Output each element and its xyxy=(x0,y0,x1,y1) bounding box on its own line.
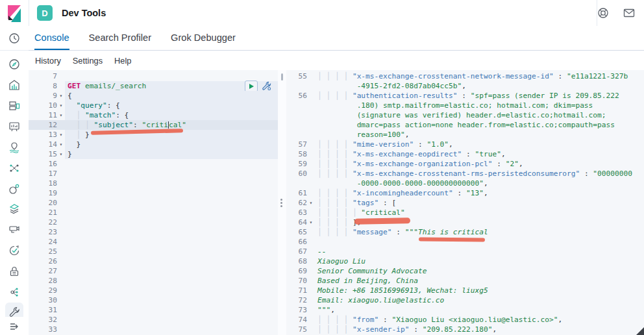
tab-search-profiler[interactable]: Search Profiler xyxy=(89,26,152,50)
fold-toggle-icon[interactable]: ▾ xyxy=(307,198,315,208)
fold-toggle-icon[interactable]: ▾ xyxy=(57,101,65,110)
fold-toggle-icon[interactable]: ▾ xyxy=(57,140,65,149)
code-line[interactable]: 73""", xyxy=(286,305,644,315)
dashboard-icon[interactable] xyxy=(8,100,20,112)
maps-pin-icon[interactable] xyxy=(8,142,20,153)
code-line[interactable]: 62▾│ │ │ │ "tags" : [ xyxy=(286,198,644,208)
editor-scrollbar[interactable] xyxy=(281,73,283,81)
code-line[interactable]: dmarc=pass action=none header.from=elast… xyxy=(286,120,644,130)
code-line[interactable]: 64▾│ │ │ │ ], xyxy=(286,217,644,227)
fold-toggle-icon[interactable]: ▾ xyxy=(57,130,65,140)
line-number: 7 xyxy=(29,71,57,81)
menu-settings[interactable]: Settings xyxy=(73,56,103,66)
code-line[interactable]: 56│ │ │ │ "authentication-results" : "sp… xyxy=(286,91,644,101)
visualize-chart-icon[interactable] xyxy=(8,79,20,91)
code-line[interactable]: 74│ │ │ │ "from" : "Xiaoguo Liu <xiaoguo… xyxy=(286,315,644,325)
request-editor[interactable]: 78GET emails/_search9▾{10▾ "query": {11▾… xyxy=(29,70,278,335)
code-line[interactable]: .180) smtp.mailfrom=elastic.co; hotmail.… xyxy=(286,101,644,110)
code-line[interactable]: 23 xyxy=(29,227,278,237)
code-line[interactable]: 72Email: xiaoguo.liu@elastic.co xyxy=(286,295,644,305)
code-line[interactable]: 25 xyxy=(29,247,278,256)
code-line[interactable]: 9▾{ xyxy=(29,91,278,101)
code-line[interactable]: 61│ │ │ │ "x-incomingheadercount" : "13"… xyxy=(286,188,644,198)
tab-console[interactable]: Console xyxy=(34,26,69,50)
code-line[interactable]: 63│ │ │ │ │ "critical" xyxy=(286,208,644,217)
panel-divider[interactable] xyxy=(278,70,286,335)
recently-viewed-clock-icon[interactable] xyxy=(8,32,20,44)
code-line[interactable]: 32 xyxy=(29,315,278,325)
tab-grok-debugger[interactable]: Grok Debugger xyxy=(171,26,236,50)
machine-learning-icon[interactable] xyxy=(8,162,20,174)
code-line[interactable]: 70Based in Beijing, China xyxy=(286,276,644,286)
code-line[interactable]: 33 xyxy=(29,325,278,334)
code-line[interactable]: 21 xyxy=(29,208,278,217)
code-text xyxy=(65,208,278,217)
request-options-wrench-icon[interactable] xyxy=(262,81,271,91)
canvas-icon[interactable] xyxy=(8,121,20,132)
resize-handle-icon[interactable] xyxy=(280,197,283,208)
code-line[interactable]: reason=100", xyxy=(286,130,644,140)
code-line[interactable]: 10▾ "query": { xyxy=(29,101,278,110)
fold-toggle-icon[interactable]: ▾ xyxy=(57,110,65,120)
code-line[interactable]: 14▾ } xyxy=(29,140,278,149)
send-request-button[interactable] xyxy=(245,81,258,92)
code-line[interactable]: 68Xiaoguo Liu xyxy=(286,256,644,266)
code-line[interactable]: 26 xyxy=(29,256,278,266)
code-line[interactable]: 22 xyxy=(29,217,278,227)
mail-icon[interactable] xyxy=(623,7,635,19)
code-line[interactable]: 30 xyxy=(29,295,278,305)
code-line[interactable]: 69Senior Community Advocate xyxy=(286,266,644,276)
code-line[interactable]: 17 xyxy=(29,169,278,179)
code-line[interactable]: 31 xyxy=(29,305,278,315)
fold-toggle-icon[interactable]: ▾ xyxy=(57,149,65,159)
code-text xyxy=(65,188,278,198)
code-line[interactable]: -4915-2fd2-08d7ab04cc5b", xyxy=(286,81,644,91)
logs-camera-icon[interactable] xyxy=(8,223,20,235)
response-viewer[interactable]: 55│ │ │ │ "x-ms-exchange-crosstenant-net… xyxy=(286,70,644,335)
code-line[interactable]: 67-- xyxy=(286,247,644,256)
metrics-icon[interactable] xyxy=(8,203,20,214)
code-line[interactable]: 29 xyxy=(29,286,278,295)
menu-help[interactable]: Help xyxy=(114,56,131,66)
code-line[interactable]: 12 │ │ "subject": "critical" xyxy=(29,120,278,130)
code-line[interactable]: 19 xyxy=(29,188,278,198)
code-line[interactable]: 16 xyxy=(29,159,278,169)
fold-toggle-icon[interactable]: ▾ xyxy=(57,91,65,101)
code-line[interactable]: -0000-0000-0000-000000000000", xyxy=(286,179,644,188)
code-line[interactable]: 24 xyxy=(29,237,278,247)
code-line[interactable]: 60│ │ │ │ "x-ms-exchange-crosstenant-rms… xyxy=(286,169,644,179)
fold-toggle-icon[interactable]: ▾ xyxy=(307,217,315,227)
code-line[interactable]: (signature was verified) header.d=elasti… xyxy=(286,110,644,120)
collapse-nav-icon[interactable] xyxy=(8,321,20,332)
fold-spacer xyxy=(57,276,65,286)
uptime-clock-icon[interactable] xyxy=(8,245,20,256)
code-line[interactable]: 75│ │ │ │ "x-sender-ip" : "209.85.222.18… xyxy=(286,325,644,334)
discover-compass-icon[interactable] xyxy=(8,58,20,70)
code-text: │ │ │ │ "message" : """This is critical xyxy=(315,227,644,237)
code-line[interactable]: 7 xyxy=(29,71,278,81)
code-line[interactable]: 59│ │ │ │ "x-ms-exchange-organization-pc… xyxy=(286,159,644,169)
apm-nodes-icon[interactable] xyxy=(8,286,20,298)
code-line[interactable]: 65│ │ │ │ "message" : """This is critica… xyxy=(286,227,644,237)
code-line[interactable]: 58│ │ │ │ "x-ms-exchange-eopdirect" : "t… xyxy=(286,149,644,159)
code-line[interactable]: 11▾ │ "match": { xyxy=(29,110,278,120)
code-line[interactable]: 55│ │ │ │ "x-ms-exchange-crosstenant-net… xyxy=(286,71,644,81)
code-line[interactable]: 18 xyxy=(29,179,278,188)
code-line[interactable]: 28 xyxy=(29,276,278,286)
help-lifering-icon[interactable] xyxy=(597,7,609,19)
menu-history[interactable]: History xyxy=(35,56,61,66)
graph-icon[interactable] xyxy=(8,183,20,195)
code-line[interactable]: 20 xyxy=(29,198,278,208)
line-number: 55 xyxy=(286,71,307,81)
kibana-logo[interactable] xyxy=(0,0,29,26)
code-line[interactable]: 15▾} xyxy=(29,149,278,159)
code-line[interactable]: 8GET emails/_search xyxy=(29,81,278,91)
code-text: Senior Community Advocate xyxy=(315,266,644,276)
code-line[interactable]: 57│ │ │ │ "mime-version" : "1.0", xyxy=(286,140,644,149)
line-number: 73 xyxy=(286,305,307,315)
security-lock-icon[interactable] xyxy=(8,266,20,277)
code-line[interactable]: 27 xyxy=(29,266,278,276)
code-line[interactable]: 71Mobile: +86 18516996913, Wechat: liuxg… xyxy=(286,286,644,295)
code-text: │ │ │ │ "x-ms-exchange-crosstenant-rms-p… xyxy=(315,169,644,179)
line-number: 71 xyxy=(286,286,307,295)
